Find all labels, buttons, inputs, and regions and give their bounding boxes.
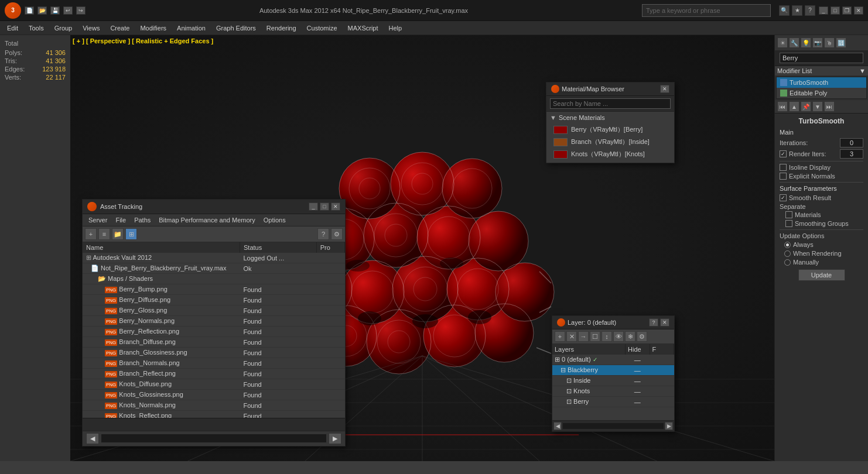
ts-manually-radio[interactable] xyxy=(784,259,791,266)
ts-iterations-input[interactable] xyxy=(840,138,863,147)
material-item-knots[interactable]: Knots（VRayMtl）[Knots] xyxy=(550,148,671,160)
lw-add-selection[interactable]: → xyxy=(578,331,589,342)
material-item-branch[interactable]: Branch（VRayMtl）[Inside] xyxy=(550,136,671,148)
ts-isoline-checkbox[interactable] xyxy=(780,164,787,171)
modifier-turbosmooth[interactable]: TurboSmooth xyxy=(777,77,866,88)
at-minimize-button[interactable]: _ xyxy=(309,202,318,211)
at-toolbar-list[interactable]: ≡ xyxy=(98,228,110,240)
mod-nav-top[interactable]: ⏮ xyxy=(777,101,788,112)
at-toolbar-folder[interactable]: 📁 xyxy=(112,228,124,240)
lw-freeze-all[interactable]: ❄ xyxy=(625,331,635,342)
viewport[interactable]: [ + ] [ Perspective ] [ Realistic + Edge… xyxy=(70,35,774,461)
at-nav-left[interactable]: ◀ xyxy=(86,433,99,444)
lw-close-button[interactable]: ✕ xyxy=(660,318,669,327)
panel-btn-4[interactable]: 📷 xyxy=(812,37,823,48)
lw-add-layer[interactable]: + xyxy=(555,331,565,342)
mb-close-button[interactable]: ✕ xyxy=(660,85,669,93)
list-item[interactable]: ⊡ Knots — xyxy=(552,386,674,397)
maximize-button[interactable]: □ xyxy=(831,6,840,15)
at-nav-right[interactable]: ▶ xyxy=(329,433,341,444)
object-name-input[interactable] xyxy=(780,53,863,63)
menu-modifiers[interactable]: Modifiers xyxy=(135,23,171,33)
menu-animation[interactable]: Animation xyxy=(172,23,210,33)
lw-scroll-left[interactable]: ◀ xyxy=(553,422,562,430)
ts-update-button[interactable]: Update xyxy=(798,269,845,281)
ts-render-iters-input[interactable] xyxy=(840,149,863,159)
toolbar-undo[interactable]: ↩ xyxy=(63,6,73,15)
scene-materials-header[interactable]: ▼ Scene Materials xyxy=(550,114,671,121)
at-col-status[interactable]: Status xyxy=(240,242,317,253)
lw-delete-layer[interactable]: ✕ xyxy=(566,331,577,342)
menu-help[interactable]: Help xyxy=(384,23,407,33)
lw-scroll-right[interactable]: ▶ xyxy=(665,422,673,430)
close-button[interactable]: ✕ xyxy=(854,6,863,15)
list-item[interactable]: ⊞ 0 (default) ✓ — xyxy=(552,355,674,365)
minimize-button[interactable]: _ xyxy=(819,6,828,15)
mod-nav-bottom[interactable]: ⏭ xyxy=(824,101,835,112)
mod-nav-down[interactable]: ▼ xyxy=(812,101,823,112)
window-title: Autodesk 3ds Max 2012 x64 Not_Ripe_Berry… xyxy=(86,7,642,14)
editable-poly-label: Editable Poly xyxy=(790,90,827,97)
at-menu-paths[interactable]: Paths xyxy=(131,215,154,225)
ts-explicit-normals-checkbox[interactable] xyxy=(780,173,787,180)
at-maximize-button[interactable]: □ xyxy=(320,202,329,211)
ts-materials-checkbox[interactable] xyxy=(785,211,792,218)
toolbar-new[interactable]: 📄 xyxy=(25,6,34,15)
lw-merge-layers[interactable]: ↕ xyxy=(602,331,612,342)
at-menu-file[interactable]: File xyxy=(112,215,129,225)
toolbar-open[interactable]: 📂 xyxy=(37,6,47,15)
menu-customize[interactable]: Customize xyxy=(302,23,342,33)
toolbar-save[interactable]: 💾 xyxy=(50,6,60,15)
list-item[interactable]: ⊡ Inside — xyxy=(552,376,674,386)
lw-settings[interactable]: ⚙ xyxy=(637,331,647,342)
mod-pin[interactable]: 📌 xyxy=(801,101,811,112)
panel-btn-1[interactable]: ☀ xyxy=(777,37,788,48)
restore-button[interactable]: ❐ xyxy=(842,6,852,15)
panel-btn-6[interactable]: 🔢 xyxy=(836,37,846,48)
modifier-editable-poly[interactable]: Editable Poly xyxy=(777,88,866,98)
lw-help-button[interactable]: ? xyxy=(649,318,658,327)
menu-maxscript[interactable]: MAXScript xyxy=(343,23,383,33)
at-toolbar-settings[interactable]: ⚙ xyxy=(331,228,343,240)
at-col-pro[interactable]: Pro xyxy=(316,242,344,253)
menu-edit[interactable]: Edit xyxy=(2,23,23,33)
menu-tools[interactable]: Tools xyxy=(24,23,49,33)
search-icon[interactable]: 🔍 xyxy=(779,5,790,16)
ts-smooth-result-checkbox[interactable] xyxy=(780,194,787,201)
panel-btn-3[interactable]: 💡 xyxy=(801,37,811,48)
list-item[interactable]: ⊟ Blackberry — xyxy=(552,365,674,376)
at-toolbar-add[interactable]: + xyxy=(85,228,97,240)
asset-tracking-scroll[interactable]: Name Status Pro ⊞ Autodesk Vault 2012 Lo… xyxy=(83,242,345,418)
search-bar[interactable]: Type a keyword or phrase xyxy=(642,4,771,17)
bookmark-icon[interactable]: ★ xyxy=(792,5,802,16)
ts-always-radio[interactable] xyxy=(784,242,791,248)
material-browser-search[interactable] xyxy=(546,96,674,112)
menu-rendering[interactable]: Rendering xyxy=(262,23,301,33)
menu-create[interactable]: Create xyxy=(105,23,134,33)
help-icon[interactable]: ? xyxy=(805,5,815,16)
list-item[interactable]: ⊡ Berry — xyxy=(552,397,674,407)
lw-select-objects[interactable]: ☐ xyxy=(590,331,600,342)
at-toolbar-grid[interactable]: ⊞ xyxy=(125,228,137,240)
lw-hide-all[interactable]: 👁 xyxy=(613,331,624,342)
mb-search-input[interactable] xyxy=(550,98,671,109)
toolbar-redo[interactable]: ↪ xyxy=(76,6,86,15)
ts-render-iters-checkbox[interactable] xyxy=(780,150,787,157)
menu-views[interactable]: Views xyxy=(78,23,104,33)
panel-btn-2[interactable]: 🔧 xyxy=(789,37,799,48)
at-cell-pro xyxy=(316,274,344,284)
ts-smoothing-groups-checkbox[interactable] xyxy=(785,220,792,227)
at-menu-server[interactable]: Server xyxy=(85,215,111,225)
mod-nav-up[interactable]: ▲ xyxy=(789,101,799,112)
at-menu-options[interactable]: Options xyxy=(260,215,289,225)
ts-when-rendering-radio[interactable] xyxy=(784,250,791,257)
at-col-name[interactable]: Name xyxy=(83,242,240,253)
material-item-berry[interactable]: Berry（VRayMtl）[Berry] xyxy=(550,123,671,136)
png-icon: PNG xyxy=(105,403,117,409)
menu-graph-editors[interactable]: Graph Editors xyxy=(211,23,261,33)
at-menu-bitmap[interactable]: Bitmap Performance and Memory xyxy=(155,215,258,225)
menu-group[interactable]: Group xyxy=(50,23,77,33)
panel-btn-5[interactable]: 🖱 xyxy=(824,37,835,48)
at-toolbar-help[interactable]: ? xyxy=(317,228,329,240)
at-close-button[interactable]: ✕ xyxy=(331,202,340,211)
